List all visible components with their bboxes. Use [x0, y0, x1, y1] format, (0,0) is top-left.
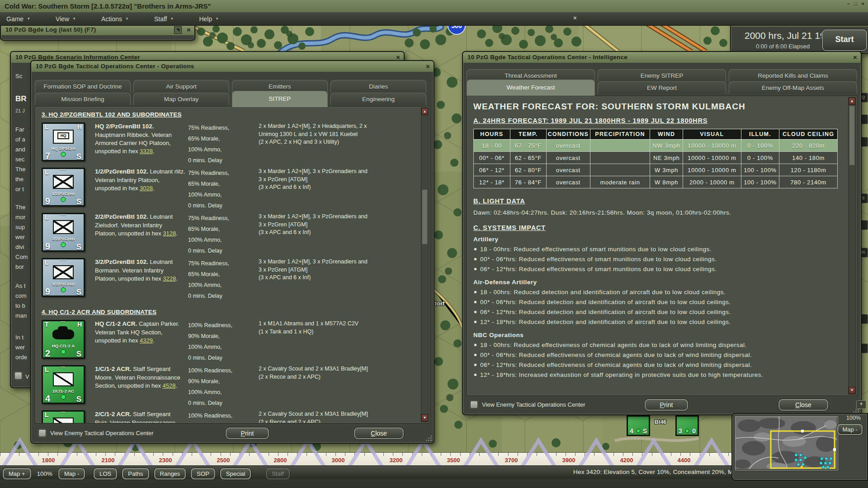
print-button[interactable]: Print	[645, 399, 688, 411]
scrollbar[interactable]: ▲ ▼	[421, 108, 429, 422]
menu-actions[interactable]: Actions▼	[95, 15, 135, 23]
impact-bullet: 12* - 18*hrs: Reduced detection and iden…	[473, 319, 843, 325]
start-button[interactable]: Start	[822, 29, 867, 51]
unit-stats: 75% Readiness, 65% Morale, 100% Ammo, 0 …	[188, 122, 256, 166]
tab-mission-briefing[interactable]: Mission Briefing	[35, 93, 131, 105]
impact-bullet: 00* - 06*hrs: Reduced effectiveness of s…	[473, 256, 843, 263]
chevron-down-icon: ▼	[125, 17, 129, 21]
unit-description: 1/2/PzGrenBtl 102. Leutnant rlitz. Veter…	[95, 168, 185, 211]
scroll-up-icon[interactable]: ▲	[849, 98, 855, 105]
scrollbar[interactable]: ▲ ▼	[848, 97, 856, 394]
tab-reported-kills-claims[interactable]: Reported Kills and Claims	[729, 69, 857, 81]
close-icon[interactable]: ×	[573, 14, 577, 21]
print-button[interactable]: Print	[226, 427, 269, 439]
tab-engineering[interactable]: Engineering	[330, 93, 426, 105]
bullet-icon	[474, 374, 476, 376]
special-button[interactable]: Special	[220, 468, 251, 479]
intelligence-window-title-bar[interactable]: 10 PzG Bgde Tactical Operations Center -…	[463, 52, 861, 63]
menu-help[interactable]: Help▼	[193, 15, 225, 23]
menu-game[interactable]: Game▼	[0, 15, 37, 23]
weather-row: 00* - 06*62 - 65°F overcast NE 3mph10000…	[474, 152, 838, 164]
chevron-down-icon: ▼	[215, 17, 219, 21]
unit-counter-icon[interactable]: L •• 1/C/1-2 AC 4 S	[42, 365, 85, 404]
close-icon[interactable]: ×	[426, 61, 430, 72]
town-label: dorf	[433, 300, 445, 307]
minimap[interactable]	[735, 416, 838, 470]
tab-sitrep[interactable]: SITREP	[232, 91, 328, 107]
paths-button[interactable]: Paths	[122, 468, 149, 479]
minimize-icon[interactable]: –	[847, 1, 850, 6]
hex-link[interactable]: 4329	[140, 337, 153, 344]
ranges-button[interactable]: Ranges	[154, 468, 186, 479]
tab-enemy-offmap-assets[interactable]: Enemy Off-Map Assets	[729, 81, 857, 94]
map-zoom-in-button[interactable]: Map +	[3, 468, 31, 479]
los-button[interactable]: LOS	[94, 468, 117, 479]
tab-enemy-sitrep[interactable]: Enemy SITREP	[598, 69, 726, 81]
close-icon[interactable]: ×	[853, 52, 857, 63]
scroll-thumb[interactable]	[849, 106, 855, 165]
close-icon[interactable]: ×	[862, 1, 864, 6]
sop-button[interactable]: SOP	[191, 468, 215, 479]
col-wind: WIND	[650, 129, 683, 140]
map-zoom-out-button[interactable]: Map -	[58, 468, 85, 479]
hex-link[interactable]: 3228	[163, 275, 176, 282]
unit-stats: 75% Readiness, 65% Morale, 100% Ammo, 0 …	[188, 168, 256, 211]
intelligence-window-title: 10 PzG Bgde Tactical Operations Center -…	[467, 54, 627, 61]
unit-counter-icon[interactable]: L ••• 1/2/PzGren 9 S	[42, 168, 85, 206]
hex-link[interactable]: 3128	[163, 230, 176, 237]
tab-air-support[interactable]: Air Support	[133, 80, 229, 93]
unit-counter-icon[interactable]: L H HQ HQ 2/PzGre 7 S	[42, 122, 85, 161]
bullet-icon	[474, 268, 476, 270]
minimap-zoom-in-button[interactable]: +	[856, 400, 866, 409]
scroll-thumb[interactable]	[422, 189, 428, 244]
weather-row-current: 18 - 0067 - 75°F overcast NW 3mph10000 -…	[474, 140, 838, 152]
hex-link[interactable]: 4528	[163, 382, 176, 389]
scroll-down-icon[interactable]: ▼	[849, 387, 855, 394]
maximize-icon[interactable]: □	[854, 1, 857, 6]
unit-description: 2/C/1-2 ACR. Staff Sergeant Ruiz. Vetera…	[95, 410, 185, 423]
map-unit-counter[interactable]: 4 S	[627, 415, 650, 436]
unit-stats: 75% Readiness, 65% Morale, 100% Ammo, 0 …	[188, 258, 256, 301]
ruler-number: 3900	[562, 457, 576, 464]
log-window-title-bar[interactable]: 10 PzG Bgde Log (last 50) (F7) ◥ ×	[1, 24, 194, 35]
hex-link[interactable]: 3028	[140, 185, 153, 192]
menu-view[interactable]: View▼	[49, 15, 82, 23]
readiness-dot	[61, 394, 66, 399]
tab-ew-report[interactable]: EW Report	[598, 81, 726, 94]
scroll-down-icon[interactable]: ▼	[421, 414, 428, 422]
close-button[interactable]: Close	[354, 427, 404, 439]
minimap-zoom-level: 100%	[846, 415, 861, 421]
unit-counter-icon[interactable]: T •• H HQ C/1-2 A 2 S	[42, 320, 85, 359]
operations-window-title-bar[interactable]: 10 PzG Bgde Tactical Operations Center -…	[31, 61, 434, 72]
tab-diaries[interactable]: Diaries	[330, 80, 426, 93]
unit-counter-icon[interactable]: L ••• 2/2/PzGren 9 S	[42, 213, 85, 252]
view-enemy-toc-checkbox[interactable]	[470, 401, 478, 408]
view-enemy-toc-checkbox[interactable]	[38, 429, 46, 437]
app-title: Cold War: Southern Storm [2.1.0.5722α] "…	[5, 2, 211, 10]
counter-posture: 0	[692, 427, 696, 435]
ruler-number: 1800	[42, 457, 55, 464]
scroll-up-icon[interactable]: ▲	[421, 108, 428, 115]
close-button[interactable]: Close	[778, 399, 828, 411]
tab-weather-forecast[interactable]: Weather Forecast	[467, 80, 595, 96]
systems-impact-heading: C. SYSTEMS IMPACT	[473, 224, 843, 231]
impact-bullet: 12* - 18*hrs: Increased exhaustion of st…	[473, 371, 843, 378]
unit-counter-icon[interactable]: L •• 2/C/1-2 AC 4 S	[42, 410, 85, 423]
ruler-number: 4400	[678, 457, 691, 464]
unit-counter-icon[interactable]: L ••• 3/2/PzGren 9 S	[42, 258, 85, 297]
checkbox[interactable]	[14, 372, 22, 380]
tab-map-overlay[interactable]: Map Overlay	[133, 93, 229, 105]
hex-link[interactable]: 3328	[140, 148, 153, 155]
light-data-text: Dawn: 02:48hrs-04:27hrs. Dusk: 20:16hrs-…	[473, 209, 843, 216]
menu-staff[interactable]: Staff▼	[148, 15, 180, 23]
minimap-zoom-out-button[interactable]: Map -	[837, 424, 863, 435]
tab-formation-sop-doctrine[interactable]: Formation SOP and Doctrine	[35, 80, 131, 93]
minimap-panel: 100% Map -	[731, 413, 868, 481]
map-unit-counter[interactable]: 3 0	[675, 415, 699, 436]
restore-icon[interactable]: ◥	[174, 26, 182, 34]
intelligence-footer: View Enemy Tactical Operations Center Pr…	[467, 398, 856, 412]
col-hours: HOURS	[474, 129, 510, 140]
close-icon[interactable]: ×	[187, 24, 191, 35]
unit-description: 2/2/PzGrenBtl 102. Leutnant Zielsdorf. V…	[95, 213, 185, 256]
log-window: 10 PzG Bgde Log (last 50) (F7) ◥ ×	[0, 23, 195, 41]
